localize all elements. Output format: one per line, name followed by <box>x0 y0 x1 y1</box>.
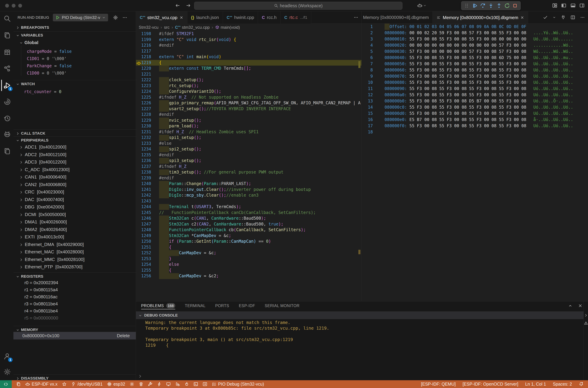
restart-button[interactable] <box>504 3 510 8</box>
variable-item[interactable]: C1D01 = 0 '\000' <box>13 55 136 62</box>
peripheral-item-dcmi[interactable]: DCMI [0x50050000] <box>13 211 136 218</box>
peripheral-item-c_adc[interactable]: C_ADC [0x40012300] <box>13 166 136 173</box>
code-line-1225[interactable]: 1225#ifndef H_Z // Not supported on Head… <box>136 95 361 100</box>
maximize-panel-button[interactable] <box>568 303 572 308</box>
code-line-1216[interactable]: 1216#endif <box>136 43 361 48</box>
copilot-menu[interactable] <box>417 3 426 8</box>
memory-row-9[interactable]: 908000070: 55 F3 00 08 55 F3 00 08 55 F3… <box>362 73 588 79</box>
peripheral-item-ethernet_ptp[interactable]: Ethernet_PTP [0x40028700] <box>13 263 136 271</box>
continue-button[interactable] <box>472 3 477 8</box>
code-line-1199[interactable]: 1199extern "C" void rtc_isr(void) { <box>136 37 361 43</box>
peripheral-item-ethernet_mac[interactable]: Ethernet_MAC [0x40028000] <box>13 248 136 256</box>
code-line-1232[interactable]: 1232spi1_setup(); <box>136 135 361 141</box>
code-line-1249[interactable]: 1249Stm32Can *CanMapDev = &c; <box>136 233 361 239</box>
code-line-1238[interactable]: 1238tim3_setup(); //For general purpose … <box>136 170 361 175</box>
code-line-1241[interactable]: 1241DigIo::inv_out.Clear();//inverter po… <box>136 187 361 193</box>
memory-row-3[interactable]: 308000010: 55 F3 00 08 55 F3 00 08 55 F3… <box>362 36 588 42</box>
code-line-1251[interactable]: 1251{ <box>136 244 361 250</box>
run-or-check-button[interactable] <box>543 15 548 20</box>
variable-item[interactable]: chargeMode = false <box>13 48 136 55</box>
nav-back-button[interactable] <box>175 3 180 8</box>
peripheral-item-adc2[interactable]: ADC2 [0x40012100] <box>13 151 136 158</box>
section-watch[interactable]: WATCH <box>13 81 136 87</box>
register-item[interactable]: r3 = 0x08011be4 <box>13 300 136 307</box>
code-line-1242[interactable]: 1242DigIo::mcp_sby.Clear();//enable can3 <box>136 193 361 198</box>
code-line-1228[interactable]: 1228#endif <box>136 112 361 118</box>
memory-row-10[interactable]: 1008000080: 55 F3 00 08 55 F3 00 08 55 F… <box>362 79 588 86</box>
code-line-1226[interactable]: 1226gpio_primary_remap(AFIO_MAPR_SWJ_CFG… <box>136 100 361 106</box>
watch-item[interactable]: rtc_counter = 0 <box>13 88 136 95</box>
status-monitor[interactable] <box>166 382 171 387</box>
memory-range-item[interactable]: 0x8000000+0x100Delete <box>13 332 136 340</box>
section-disassembly[interactable]: DISASSEMBLY <box>13 375 136 380</box>
status-indentation[interactable]: Spaces: 2 <box>553 382 572 387</box>
code-line-1234[interactable]: 1234spi2_setup(); <box>136 146 361 152</box>
variable-item[interactable]: ParkChange = false <box>13 63 136 69</box>
breadcrumb-item-main(void)[interactable]: main(void) <box>215 25 240 30</box>
debug-console-input-prompt[interactable] <box>138 374 142 378</box>
code-line-1245[interactable]: 1245// FunctionPointerCallback canCb(Can… <box>136 210 361 216</box>
editor-tab-launch.json[interactable]: {}launch.json <box>187 11 223 24</box>
code-line-1221[interactable]: 1221 <box>136 72 361 77</box>
peripheral-item-can1[interactable]: CAN1 [0x40006400] <box>13 173 136 181</box>
register-item[interactable]: r1 = 0x080115a4 <box>13 286 136 293</box>
activity-item-search[interactable] <box>2 12 12 25</box>
section-variables[interactable]: VARIABLES <box>13 32 136 39</box>
panel-tab-esp-idf[interactable]: ESP-IDF <box>239 301 255 310</box>
split-editor-button[interactable] <box>570 15 575 20</box>
delete-memory-button[interactable]: Delete <box>117 333 130 339</box>
status-notifications[interactable] <box>579 382 584 387</box>
memory-tab-2[interactable]: Memory [0x8000000+0x100].dbgmem <box>433 11 528 24</box>
memory-row-16[interactable]: 16080000e0: E5 B7 00 08 55 F3 00 08 55 F… <box>362 117 588 123</box>
section-breakpoints[interactable]: BREAKPOINTS <box>13 24 136 31</box>
code-line-1236[interactable]: 1236spi3_setup(); <box>136 158 361 164</box>
activity-item-esp-idf[interactable] <box>2 95 12 108</box>
debug-console-section-header[interactable]: DEBUG CONSOLE <box>136 311 584 319</box>
memory-content[interactable]: 1Offset: 00 01 02 03 04 05 06 07 08 09 0… <box>362 24 588 301</box>
breadcrumb-item-stm32_vcu.cpp[interactable]: C++ stm32_vcu.cpp <box>175 25 210 30</box>
code-line-1223[interactable]: 1223rtc_setup(); <box>136 83 361 89</box>
status-debug[interactable] <box>175 382 180 387</box>
peripheral-item-dma2[interactable]: DMA2 [0x40026400] <box>13 226 136 233</box>
peripheral-item-ethernet_mmc[interactable]: Ethernet_MMC [0x40028100] <box>13 256 136 263</box>
code-line-1247[interactable]: 1247Stm32Can c2(CAN2, CanHardware::Baud5… <box>136 221 361 227</box>
register-item[interactable]: r0 = 0x20002394 <box>13 279 136 286</box>
strip-expand-button[interactable] <box>584 314 588 317</box>
peripheral-item-adc3[interactable]: ADC3 [0x40012200] <box>13 158 136 166</box>
memory-row-12[interactable]: 12080000a0: 55 F3 00 08 55 F3 00 08 55 F… <box>362 92 588 98</box>
section-peripherals[interactable]: PERIPHERALS <box>13 137 136 144</box>
strip-warning-button[interactable] <box>584 321 588 325</box>
status-serial-port[interactable]: /dev/ttyUSB1 <box>71 382 103 387</box>
step-out-button[interactable] <box>496 3 502 8</box>
code-line-1244[interactable]: 1244Terminal t(USART3, TermCmds); <box>136 204 361 210</box>
status-build-flash-monitor[interactable] <box>184 382 189 387</box>
status-remote-indicator[interactable] <box>0 380 12 388</box>
toggle-secondary-sidebar-button[interactable] <box>579 3 585 8</box>
nav-forward-button[interactable] <box>186 3 191 8</box>
code-line-1253[interactable]: 1253} <box>136 256 361 262</box>
status-cursor-position[interactable]: Ln 1, Col 1 <box>525 382 546 387</box>
code-line-1231[interactable]: 1231#ifdef H_Z // Headless Zombie uses S… <box>136 129 361 135</box>
memory-row-17[interactable]: 17080000f0: 55 F3 00 08 55 F3 00 08 55 F… <box>362 123 588 129</box>
tree-item-global[interactable]: Global <box>13 39 136 46</box>
code-line-1227[interactable]: 1227usart2_setup();//TOYOTA HYBRID INVER… <box>136 106 361 112</box>
code-line-1240[interactable]: 1240Param::Change(Param::PARAM_LAST); <box>136 181 361 187</box>
status-sdk-config[interactable] <box>130 382 134 387</box>
peripheral-item-dac[interactable]: DAC [0x40007400] <box>13 196 136 203</box>
code-line-1237[interactable]: 1237#ifndef H_Z <box>136 164 361 170</box>
code-line-1235[interactable]: 1235#endif <box>136 152 361 158</box>
status-flash[interactable] <box>157 382 162 387</box>
minimize-window-button[interactable] <box>12 4 16 8</box>
status-open-idf-terminal[interactable] <box>203 382 207 387</box>
memory-row-13[interactable]: 13080000b0: 55 F3 00 08 55 F3 00 08 D5 B… <box>362 98 588 104</box>
status-device-target[interactable]: esp32 <box>107 382 125 387</box>
panel-tab-terminal[interactable]: TERMINAL <box>185 301 206 310</box>
code-line-1222[interactable]: 1222clock_setup(); <box>136 77 361 83</box>
code-line-1217[interactable]: 1217 <box>136 48 361 54</box>
memory-row-6[interactable]: 608000040: 55 F3 00 08 55 F3 00 08 55 F3… <box>362 55 588 61</box>
register-item[interactable]: r5 = 0x00000000 <box>13 315 136 321</box>
code-line-1248[interactable]: 1248FunctionPointerCallback cb(CanCallba… <box>136 227 361 233</box>
memory-row-7[interactable]: 708000050: 55 F3 00 08 55 F3 00 08 55 F3… <box>362 61 588 67</box>
status-esp-idf-version[interactable]: ESP-IDF vx.x <box>25 382 57 387</box>
peripheral-item-flash[interactable]: FLASH [0x40022000] <box>13 271 136 273</box>
